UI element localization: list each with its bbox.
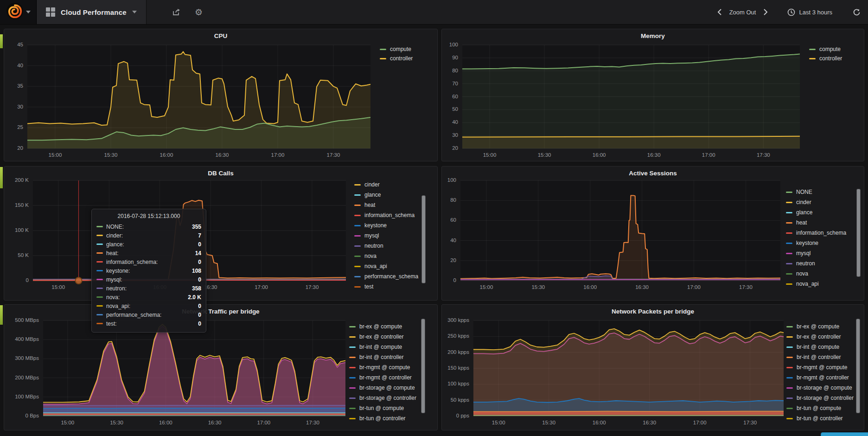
legend-swatch: [786, 326, 793, 327]
legend-swatch: [354, 194, 361, 196]
legend-item[interactable]: information_schema: [786, 228, 846, 238]
legend-item[interactable]: br-mgmt @ compute: [786, 362, 854, 372]
legend-item[interactable]: br-tun @ controller: [786, 413, 854, 423]
chart-active_sessions[interactable]: [460, 180, 780, 281]
chart-net_packets[interactable]: [473, 321, 784, 416]
gear-icon[interactable]: ⚙: [195, 8, 203, 17]
legend-item[interactable]: NONE: [786, 187, 846, 197]
legend-item[interactable]: heat: [786, 218, 846, 228]
legend-label: br-int @ controller: [359, 354, 404, 360]
legend-item[interactable]: compute: [809, 45, 842, 54]
legend-active_sessions: NONEcinderglanceheatinformation_schemake…: [786, 187, 846, 289]
legend-label: br-storage @ compute: [359, 385, 415, 391]
legend-item[interactable]: mysql: [354, 231, 418, 241]
legend-label: br-tun @ compute: [797, 405, 841, 411]
chart-net_traffic[interactable]: [43, 321, 345, 416]
legend-scrollbar[interactable]: [421, 319, 425, 413]
legend-item[interactable]: neutron: [354, 241, 418, 251]
legend-item[interactable]: br-tun @ controller: [349, 413, 416, 423]
legend-item[interactable]: br-tun @ compute: [786, 403, 854, 413]
legend-scrollbar[interactable]: [856, 189, 861, 277]
legend-item[interactable]: heat: [354, 200, 418, 210]
tooltip-series-value: 355: [192, 224, 201, 230]
panel-title-net_traffic[interactable]: Network Traffic per bridge: [4, 308, 437, 315]
panel-memory: Memory100908070605040302015:0015:3016:00…: [441, 29, 864, 161]
legend-item[interactable]: neutron: [786, 258, 846, 269]
zoom-out-button[interactable]: Zoom Out: [729, 9, 756, 16]
grafana-menu-button[interactable]: [0, 0, 37, 24]
edge-strip: [0, 34, 3, 48]
legend-item[interactable]: br-ex @ compute: [349, 321, 416, 332]
tooltip-row: test:0: [96, 319, 201, 328]
legend-label: heat: [364, 202, 375, 208]
panel-title-db_calls[interactable]: DB Calls: [4, 170, 437, 177]
legend-item[interactable]: nova: [786, 269, 846, 279]
legend-item[interactable]: br-storage @ compute: [349, 383, 416, 393]
legend-scrollbar[interactable]: [421, 195, 426, 283]
y-tick-label: 150 K: [4, 202, 29, 208]
legend-item[interactable]: nova: [354, 251, 418, 261]
legend-item[interactable]: br-storage @ compute: [786, 383, 854, 393]
legend-item[interactable]: br-mgmt @ compute: [349, 362, 416, 372]
panel-title-memory[interactable]: Memory: [442, 32, 864, 39]
legend-item[interactable]: br-int @ compute: [349, 342, 416, 352]
hover-point: [76, 277, 82, 284]
legend-item[interactable]: nova_api: [786, 279, 846, 289]
y-tick-label: 20: [442, 145, 458, 151]
y-tick-label: 100 K: [4, 227, 29, 233]
legend-label: br-storage @ controller: [797, 395, 854, 401]
legend-item[interactable]: cinder: [786, 197, 846, 207]
legend-item[interactable]: br-mgmt @ controller: [349, 372, 416, 383]
chart-cpu[interactable]: [27, 45, 370, 148]
legend-item[interactable]: br-int @ controller: [786, 352, 854, 362]
chevron-left-icon[interactable]: [717, 8, 722, 16]
tooltip-row: heat:14: [96, 249, 201, 257]
legend-item[interactable]: glance: [786, 207, 846, 218]
dashboard-title-dropdown[interactable]: Cloud Performance: [37, 0, 147, 24]
share-icon[interactable]: [172, 8, 181, 16]
legend-item[interactable]: controller: [380, 54, 413, 63]
legend-item[interactable]: compute: [380, 45, 413, 54]
x-tick-label: 15:00: [477, 152, 503, 158]
clock-icon[interactable]: [787, 8, 795, 16]
dashboard-grid-icon: [46, 7, 55, 17]
legend-label: compute: [390, 46, 411, 52]
tooltip-row: nova:2.0 K: [96, 293, 201, 301]
legend-item[interactable]: br-ex @ controller: [349, 332, 416, 342]
chart-memory[interactable]: [462, 45, 800, 148]
time-range-picker[interactable]: Last 3 hours: [799, 9, 832, 16]
legend-item[interactable]: glance: [354, 190, 418, 200]
legend-swatch: [786, 273, 792, 275]
y-tick-label: 80: [442, 68, 458, 73]
legend-item[interactable]: br-mgmt @ controller: [786, 372, 854, 383]
graph-tooltip: 2016-07-28 15:12:13.000 NONE:355cinder:7…: [91, 209, 206, 333]
legend-item[interactable]: br-storage @ controller: [786, 393, 854, 403]
legend-item[interactable]: br-int @ compute: [786, 342, 854, 352]
legend-item[interactable]: mysql: [786, 248, 846, 258]
legend-swatch: [354, 215, 361, 216]
chevron-right-icon[interactable]: [763, 8, 768, 16]
tooltip-series-name: performance_schema:: [106, 312, 198, 318]
legend-item[interactable]: br-ex @ controller: [786, 332, 854, 342]
legend-item[interactable]: controller: [809, 54, 842, 63]
legend-item[interactable]: test: [354, 282, 418, 292]
legend-scrollbar[interactable]: [856, 319, 860, 413]
legend-swatch: [380, 58, 386, 59]
legend-swatch: [354, 205, 361, 206]
legend-item[interactable]: br-ex @ compute: [786, 321, 854, 332]
legend-item[interactable]: keystone: [786, 238, 846, 248]
panel-title-active_sessions[interactable]: Active Sessions: [442, 170, 864, 177]
legend-item[interactable]: performance_schema: [354, 271, 418, 282]
legend-swatch: [786, 202, 792, 203]
refresh-icon[interactable]: [853, 8, 861, 16]
legend-item[interactable]: br-storage @ controller: [349, 393, 416, 403]
legend-item[interactable]: br-tun @ compute: [349, 403, 416, 413]
legend-item[interactable]: information_schema: [354, 210, 418, 220]
legend-item[interactable]: nova_api: [354, 261, 418, 271]
panel-title-net_packets[interactable]: Network Packets per bridge: [442, 308, 864, 315]
legend-item[interactable]: br-int @ controller: [349, 352, 416, 362]
legend-item[interactable]: keystone: [354, 220, 418, 231]
clipped-button[interactable]: [821, 432, 868, 436]
legend-item[interactable]: cinder: [354, 180, 418, 190]
panel-title-cpu[interactable]: CPU: [4, 32, 437, 39]
